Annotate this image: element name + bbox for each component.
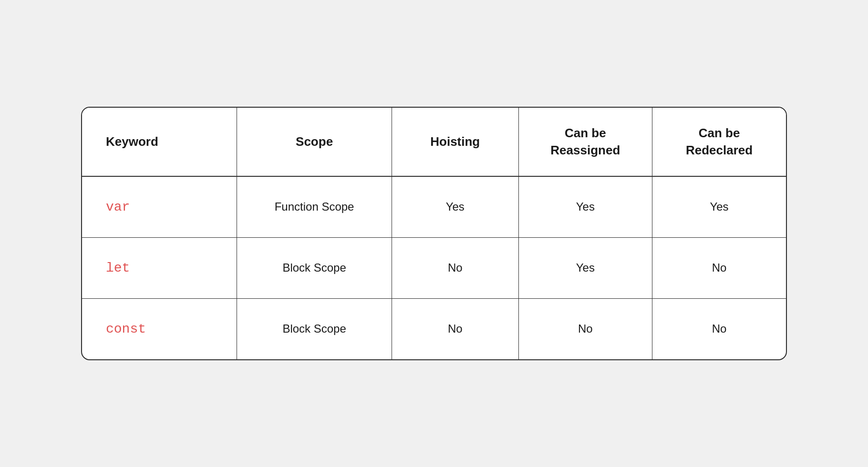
table-header-row: Keyword Scope Hoisting Can beReassigned … xyxy=(82,108,786,176)
cell-let-redeclared: No xyxy=(652,237,786,298)
comparison-table: Keyword Scope Hoisting Can beReassigned … xyxy=(81,107,787,360)
cell-const-scope: Block Scope xyxy=(237,298,392,359)
cell-let-reassigned: Yes xyxy=(518,237,652,298)
cell-const-hoisting: No xyxy=(392,298,518,359)
cell-const-redeclared: No xyxy=(652,298,786,359)
cell-var-scope: Function Scope xyxy=(237,176,392,238)
col-header-redeclared: Can beRedeclared xyxy=(652,108,786,176)
table-row: var Function Scope Yes Yes Yes xyxy=(82,176,786,238)
keyword-const: const xyxy=(82,298,237,359)
table-row: let Block Scope No Yes No xyxy=(82,237,786,298)
cell-const-reassigned: No xyxy=(518,298,652,359)
table-row: const Block Scope No No No xyxy=(82,298,786,359)
col-header-reassigned: Can beReassigned xyxy=(518,108,652,176)
col-header-hoisting: Hoisting xyxy=(392,108,518,176)
cell-let-hoisting: No xyxy=(392,237,518,298)
col-header-keyword: Keyword xyxy=(82,108,237,176)
cell-var-hoisting: Yes xyxy=(392,176,518,238)
keyword-let: let xyxy=(82,237,237,298)
cell-let-scope: Block Scope xyxy=(237,237,392,298)
col-header-scope: Scope xyxy=(237,108,392,176)
keyword-var: var xyxy=(82,176,237,238)
cell-var-reassigned: Yes xyxy=(518,176,652,238)
cell-var-redeclared: Yes xyxy=(652,176,786,238)
